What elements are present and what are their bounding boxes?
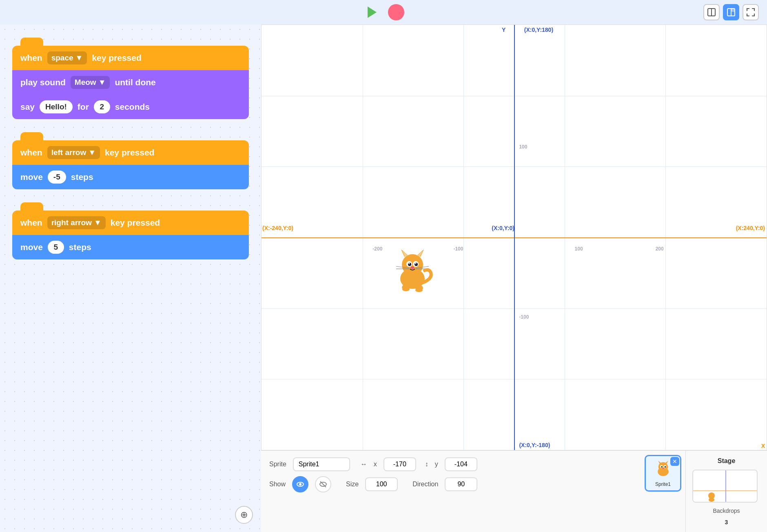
green-flag-button[interactable] <box>363 3 381 21</box>
hat-block-space: when space ▼ key pressed <box>12 46 249 70</box>
x-value-input[interactable] <box>384 457 416 471</box>
sprite-thumb-label: Sprite1 <box>655 481 671 487</box>
sprite-label: Sprite <box>269 461 286 468</box>
sprite-list: ✕ Sprite1 <box>641 451 685 532</box>
key-dropdown-left[interactable]: left arrow ▼ <box>47 146 100 159</box>
size-label: Size <box>346 481 359 488</box>
svg-rect-5 <box>731 9 735 12</box>
y-axis <box>514 25 515 450</box>
hat-block-right: when right arrow ▼ key pressed <box>12 211 249 235</box>
coord-top: (X:0,Y:180) <box>524 27 553 33</box>
info-panel: Sprite ↔ x ↕ y Show <box>261 450 767 532</box>
key-dropdown-space[interactable]: space ▼ <box>47 51 87 64</box>
svg-marker-51 <box>658 461 662 464</box>
sprite-name-row: Sprite ↔ x ↕ y <box>269 457 632 471</box>
backdrops-label: Backdrops <box>692 508 760 514</box>
block-group-space: when space ▼ key pressed play sound Meow… <box>12 37 249 119</box>
when-label-1: when <box>20 53 42 63</box>
zoom-icon: ⊕ <box>240 510 248 520</box>
stop-button[interactable] <box>388 4 404 20</box>
hat-block-left: when left arrow ▼ key pressed <box>12 140 249 165</box>
blocks-container: when space ▼ key pressed play sound Meow… <box>0 24 261 272</box>
show-hidden-btn[interactable] <box>315 476 331 492</box>
stage-canvas: Y (X:0,Y:180) (X:-240,Y:0) (X:0,Y:0) (X:… <box>262 25 767 450</box>
svg-point-55 <box>661 466 662 468</box>
dropdown-arrow-2: ▼ <box>88 148 96 157</box>
grid-x-neg200: -200 <box>372 246 382 252</box>
say-block: say Hello! for 2 seconds <box>12 95 249 119</box>
sprite-thumb-1[interactable]: ✕ Sprite1 <box>645 455 681 492</box>
move-block-left: move -5 steps <box>12 165 249 189</box>
sprite-delete-btn[interactable]: ✕ <box>670 457 679 466</box>
block-group-left: when left arrow ▼ key pressed move -5 st… <box>12 131 249 189</box>
dropdown-arrow-1: ▼ <box>75 53 83 62</box>
coord-center: (X:0,Y:0) <box>492 225 514 231</box>
sprite-info: Sprite ↔ x ↕ y Show <box>261 451 641 532</box>
grid-y-100: 100 <box>519 144 527 150</box>
stage-thumbnail[interactable] <box>692 470 758 503</box>
main-content: when space ▼ key pressed play sound Meow… <box>0 24 767 532</box>
code-panel: when space ▼ key pressed play sound Meow… <box>0 24 261 532</box>
svg-point-35 <box>415 263 416 264</box>
when-label-2: when <box>20 148 42 157</box>
stage-sprite-cat[interactable] <box>388 246 437 295</box>
dropdown-arrow-sound: ▼ <box>98 78 106 87</box>
stage-panel-title: Stage <box>692 457 760 465</box>
svg-point-56 <box>664 466 665 468</box>
svg-point-25 <box>402 254 423 275</box>
fullscreen-button[interactable] <box>743 4 759 20</box>
key-pressed-label-3: key pressed <box>111 218 160 228</box>
x-axis-label: X <box>761 443 765 449</box>
coord-right: (X:240,Y:0) <box>736 225 765 231</box>
y-value-input[interactable] <box>445 457 477 471</box>
top-bar <box>0 0 767 24</box>
svg-point-62 <box>709 498 714 502</box>
svg-point-36 <box>411 266 414 269</box>
show-row: Show Size Dir <box>269 476 632 492</box>
say-text-input[interactable]: Hello! <box>40 100 73 113</box>
y-arrow-icon: ↕ <box>425 461 428 468</box>
svg-point-43 <box>402 287 410 291</box>
key-pressed-label-2: key pressed <box>105 148 154 157</box>
move-block-right: move 5 steps <box>12 235 249 259</box>
move-steps-input-left[interactable]: -5 <box>48 171 66 184</box>
coord-bottom: (X:0,Y:-180) <box>519 442 550 448</box>
x-label: x <box>374 461 377 468</box>
sprite-name-input[interactable] <box>293 457 350 471</box>
show-label: Show <box>269 481 286 488</box>
key-dropdown-right[interactable]: right arrow ▼ <box>47 216 106 229</box>
direction-label: Direction <box>412 481 438 488</box>
grid-y-neg100: -100 <box>519 314 529 320</box>
say-seconds-input[interactable]: 2 <box>94 100 110 113</box>
view-controls <box>703 4 759 20</box>
sound-block: play sound Meow ▼ until done <box>12 70 249 95</box>
svg-marker-0 <box>368 7 377 18</box>
svg-point-46 <box>299 483 301 485</box>
stage-side-panel: Stage Backdrops 3 <box>685 451 767 532</box>
direction-input[interactable] <box>445 477 477 491</box>
svg-point-34 <box>408 263 410 264</box>
layout-btn-1[interactable] <box>703 4 720 20</box>
right-panel: Y (X:0,Y:180) (X:-240,Y:0) (X:0,Y:0) (X:… <box>261 24 767 532</box>
block-group-right: when right arrow ▼ key pressed move 5 st… <box>12 202 249 259</box>
show-visible-btn[interactable] <box>292 476 308 492</box>
move-steps-input-right[interactable]: 5 <box>48 241 64 254</box>
x-arrow-icon: ↔ <box>361 461 367 468</box>
dropdown-arrow-3: ▼ <box>94 218 102 227</box>
y-axis-label: Y <box>502 27 505 33</box>
layout-btn-2[interactable] <box>723 4 739 20</box>
y-label: y <box>435 461 438 468</box>
grid-x-100: 100 <box>575 246 583 252</box>
svg-point-57 <box>662 468 663 469</box>
when-label-3: when <box>20 218 42 228</box>
size-input[interactable] <box>365 477 398 491</box>
svg-point-44 <box>415 288 423 292</box>
zoom-control[interactable]: ⊕ <box>235 506 253 524</box>
stage-area[interactable]: Y (X:0,Y:180) (X:-240,Y:0) (X:0,Y:0) (X:… <box>261 24 767 450</box>
svg-rect-58 <box>693 470 758 503</box>
sound-dropdown[interactable]: Meow ▼ <box>71 76 110 89</box>
svg-marker-52 <box>664 461 668 464</box>
backdrops-count: 3 <box>692 519 760 525</box>
grid-x-200: 200 <box>656 246 664 252</box>
key-pressed-label-1: key pressed <box>92 53 141 63</box>
